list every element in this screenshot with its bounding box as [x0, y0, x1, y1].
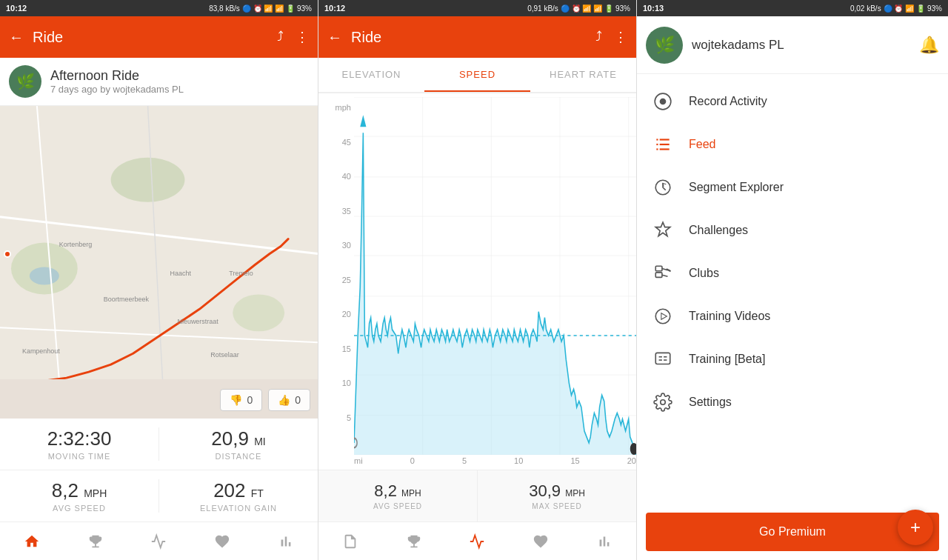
max-speed-bottom: 30,9 MPH MAX SPEED: [478, 470, 636, 521]
menu-list: Record Activity Feed: [637, 74, 948, 504]
page-title-mid: Ride: [351, 29, 587, 46]
dislike-button[interactable]: 👎 0: [220, 389, 262, 411]
svg-line-45: [662, 275, 668, 276]
chart-tooltip-marker: [360, 115, 366, 127]
trophy-icon: [87, 533, 104, 550]
activity-subtitle: 7 days ago by wojtekadams PL: [50, 84, 184, 95]
route-start-marker: [4, 250, 11, 258]
elevation-stat: 202 FT ELEVATION GAIN: [159, 479, 318, 513]
share-button-left[interactable]: ⤴: [277, 29, 284, 45]
dislike-icon: 👎: [230, 394, 242, 406]
moving-time-stat: 2:32:30 MOVING TIME: [0, 427, 158, 461]
nav-heart-left[interactable]: [190, 533, 254, 550]
menu-label-training-beta: Training [Beta]: [689, 353, 765, 366]
distance-stat: 20,9 MI DISTANCE: [159, 427, 318, 461]
training-videos-icon: [652, 305, 674, 327]
premium-button[interactable]: Go Premium: [646, 513, 939, 551]
menu-label-challenges: Challenges: [689, 224, 748, 237]
tab-heart-rate[interactable]: HEART RATE: [530, 58, 636, 92]
menu-item-training-beta[interactable]: Training [Beta]: [637, 338, 948, 381]
status-icons-left: 83,8 kB/s 🔵 ⏰ 📶 📶 🔋 93%: [209, 4, 312, 13]
left-panel: 10:12 83,8 kB/s 🔵 ⏰ 📶 📶 🔋 93% ← Ride ⤴ ⋮…: [0, 0, 318, 560]
avg-speed-label: AVG SPEED: [0, 504, 158, 513]
menu-item-training-videos[interactable]: Training Videos: [637, 295, 948, 338]
share-button-mid[interactable]: ⤴: [595, 29, 602, 45]
nav-trophy-left[interactable]: [64, 533, 127, 550]
fab-button[interactable]: +: [898, 510, 933, 545]
menu-item-challenges[interactable]: Challenges: [637, 209, 948, 252]
header-actions-left: ⤴ ⋮: [277, 29, 309, 45]
svg-text:Boortmeerbeek: Boortmeerbeek: [104, 296, 150, 303]
map-area: Boortmeerbeek Haacht Tremelo Nieuwerstra…: [0, 106, 318, 419]
svg-marker-41: [655, 222, 670, 236]
svg-text:Nieuwerstraat: Nieuwerstraat: [177, 318, 218, 325]
page-title-left: Ride: [33, 29, 268, 46]
distance-label: DISTANCE: [159, 452, 318, 461]
status-icons-right: 0,02 kB/s 🔵 ⏰ 📶 🔋 93%: [850, 4, 942, 13]
menu-item-segment[interactable]: Segment Explorer: [637, 166, 948, 209]
avg-speed-bottom-label: AVG SPEED: [373, 502, 422, 510]
dislike-count: 0: [247, 394, 253, 406]
avg-speed-bottom: 8,2 MPH AVG SPEED: [318, 470, 478, 521]
svg-rect-42: [655, 266, 662, 271]
svg-point-4: [111, 158, 185, 202]
back-button-left[interactable]: ←: [9, 29, 24, 46]
like-button[interactable]: 👍 0: [268, 389, 310, 411]
nav-chart-left[interactable]: [254, 533, 318, 550]
nav-doc-mid[interactable]: [318, 533, 382, 550]
menu-item-clubs[interactable]: Clubs: [637, 252, 948, 295]
nav-heart-mid[interactable]: [509, 533, 573, 550]
x-label-unit: mi: [354, 456, 363, 470]
tabs-bar: ELEVATION SPEED HEART RATE: [318, 58, 636, 93]
right-header: 🌿 wojtekadams PL 🔔: [637, 16, 948, 74]
time-mid: 10:12: [324, 4, 345, 13]
svg-point-33: [660, 99, 667, 105]
activity-icon-mid: [469, 533, 485, 550]
avatar-left: 🌿: [9, 65, 41, 98]
menu-item-settings[interactable]: Settings: [637, 381, 948, 424]
svg-text:Tremelo: Tremelo: [229, 270, 253, 277]
nav-home-left[interactable]: [0, 533, 64, 550]
stats-row-1: 2:32:30 MOVING TIME 20,9 MI DISTANCE: [0, 419, 318, 470]
nav-chart-mid[interactable]: [573, 533, 636, 550]
distance-value: 20,9 MI: [159, 427, 318, 450]
svg-rect-49: [655, 353, 670, 364]
notification-bell[interactable]: 🔔: [919, 36, 939, 55]
moving-time-label: MOVING TIME: [0, 452, 158, 461]
chart-container: mph 45 40 35 30 25 20 15 10 5: [318, 93, 636, 470]
menu-item-record[interactable]: Record Activity: [637, 80, 948, 123]
doc-icon: [342, 533, 358, 550]
svg-text:Haacht: Haacht: [170, 270, 191, 277]
max-speed-bottom-unit: MPH: [565, 488, 585, 499]
app-header-left: ← Ride ⤴ ⋮: [0, 16, 318, 58]
svg-point-5: [30, 267, 59, 284]
menu-label-clubs: Clubs: [689, 267, 719, 280]
speed-chart-svg: [354, 97, 636, 455]
nav-trophy-mid[interactable]: [382, 533, 446, 550]
avg-speed-bottom-unit: MPH: [401, 488, 421, 499]
tab-elevation[interactable]: ELEVATION: [318, 58, 424, 92]
right-panel: 10:13 0,02 kB/s 🔵 ⏰ 📶 🔋 93% 🌿 wojtekadam…: [637, 0, 948, 560]
speed-fill: [354, 133, 636, 455]
header-actions-mid: ⤴ ⋮: [595, 29, 627, 45]
svg-point-54: [661, 400, 666, 405]
bottom-nav-left: [0, 521, 318, 560]
map-svg: Boortmeerbeek Haacht Tremelo Nieuwerstra…: [0, 106, 318, 379]
more-button-left[interactable]: ⋮: [296, 29, 309, 45]
svg-point-3: [233, 294, 284, 331]
nav-activity-left[interactable]: [127, 533, 191, 550]
status-bar-mid: 10:12 0,91 kB/s 🔵 ⏰ 📶 📶 🔋 93%: [318, 0, 636, 16]
heart-icon: [214, 533, 230, 550]
svg-text:Rotselaar: Rotselaar: [210, 351, 238, 359]
menu-label-segment: Segment Explorer: [689, 181, 784, 194]
avg-speed-stat: 8,2 MPH AVG SPEED: [0, 479, 158, 513]
avg-speed-bottom-value: 8,2 MPH: [374, 481, 421, 501]
menu-item-feed[interactable]: Feed: [637, 123, 948, 166]
back-button-mid[interactable]: ←: [327, 29, 342, 46]
tab-speed[interactable]: SPEED: [424, 58, 530, 92]
elevation-value: 202 FT: [159, 479, 318, 502]
menu-label-settings: Settings: [689, 396, 732, 409]
more-button-mid[interactable]: ⋮: [614, 29, 627, 45]
svg-text:Kampenhout: Kampenhout: [22, 347, 60, 355]
nav-activity-mid[interactable]: [446, 533, 510, 550]
